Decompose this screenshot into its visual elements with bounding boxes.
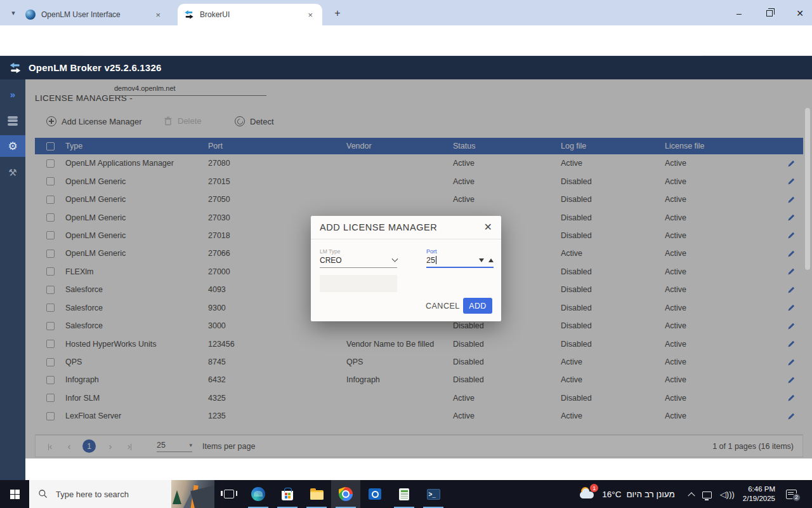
task-view-icon (224, 490, 234, 498)
browser-tab-brokerui[interactable]: BrokerUI × (178, 4, 322, 25)
file-explorer-button[interactable] (302, 480, 331, 508)
port-input[interactable]: Port 25 (426, 248, 494, 268)
tab-title: BrokerUI (200, 10, 304, 19)
dialog-close-icon[interactable]: ✕ (484, 222, 492, 232)
chrome-icon (339, 487, 353, 501)
browser-scrollbar-thumb[interactable] (805, 108, 810, 270)
search-placeholder: Type here to search (56, 490, 129, 499)
clock-date: 2/19/2025 (743, 494, 775, 504)
notes-app-icon (399, 488, 409, 500)
edge-button[interactable] (244, 480, 273, 508)
greenshot-button[interactable] (390, 480, 419, 508)
cancel-button[interactable]: CANCEL (426, 302, 460, 311)
app-title: OpenLM Broker v25.2.6.1326 (29, 62, 161, 73)
dropdown-chevron-icon (392, 255, 398, 262)
dropdown-shadow-block (320, 275, 397, 292)
tab-close-icon[interactable]: × (304, 9, 316, 21)
folder-icon (310, 490, 324, 500)
browser-toolbar: ← → ↻ i localhost:5090/#/license-manager… (0, 25, 812, 56)
speaker-icon[interactable]: ◁))) (720, 490, 735, 499)
add-button[interactable]: ADD (463, 298, 492, 314)
spinner-down-icon[interactable] (479, 258, 484, 262)
number-spinner[interactable] (479, 258, 494, 262)
chrome-button[interactable] (331, 480, 360, 508)
dialog-header: ADD LICENSE MANAGER ✕ (311, 216, 501, 239)
browser-tab-openlm-ui[interactable]: OpenLM User Interface × (19, 4, 170, 25)
task-view-button[interactable] (214, 480, 244, 508)
spinner-up-icon[interactable] (488, 258, 494, 262)
app-header: OpenLM Broker v25.2.6.1326 (0, 56, 812, 79)
sidebar-item-servers[interactable] (0, 110, 25, 131)
weather-description: מעונן רב היום (626, 490, 674, 499)
server-stack-icon (8, 115, 18, 126)
windows-logo-icon (10, 490, 20, 499)
port-label: Port (426, 248, 494, 255)
tab-title: OpenLM User Interface (41, 10, 152, 19)
sidebar-item-settings[interactable]: ⚙ (0, 135, 25, 157)
search-icon (38, 489, 48, 499)
search-highlight-art[interactable] (171, 480, 214, 508)
windows-taskbar: Type here to search >_ 1 16°C מעונן רב ה… (0, 480, 812, 508)
lm-type-dropdown[interactable]: LM Type CREO (320, 248, 397, 268)
gear-icon: ⚙ (8, 140, 17, 153)
outlook-button[interactable] (360, 480, 390, 508)
taskbar-right: 1 16°C מעונן רב היום ◁))) 6:46 PM 2/19/2… (579, 480, 812, 508)
weather-temp: 16°C (602, 490, 621, 499)
lm-type-label: LM Type (320, 248, 397, 255)
page-bottom-strip (25, 458, 812, 480)
lm-type-value: CREO (320, 256, 342, 265)
action-center-icon[interactable]: 2 (786, 490, 797, 499)
tray-overflow-chevron-icon[interactable] (688, 492, 695, 499)
text-cursor (436, 256, 436, 264)
window-close-button[interactable]: ✕ (790, 6, 809, 20)
sidebar-expand-icon[interactable]: » (0, 83, 25, 105)
network-icon[interactable] (702, 491, 712, 498)
taskbar-search[interactable]: Type here to search (29, 480, 214, 508)
system-tray: ◁))) 6:46 PM 2/19/2025 2 (689, 485, 806, 504)
add-license-manager-dialog: ADD LICENSE MANAGER ✕ LM Type CREO Port … (311, 216, 501, 321)
openlm-favicon-icon (25, 10, 36, 20)
store-icon (282, 491, 293, 500)
broker-logo-icon (9, 62, 22, 74)
weather-widget[interactable]: 1 16°C מעונן רב היום (579, 486, 678, 502)
clock-time: 6:46 PM (743, 485, 775, 494)
tools-icon: ⚒ (8, 167, 16, 178)
taskbar-clock[interactable]: 6:46 PM 2/19/2025 (743, 485, 775, 504)
window-minimize-button[interactable]: – (730, 6, 749, 20)
new-tab-button[interactable]: + (331, 6, 344, 20)
dialog-title: ADD LICENSE MANAGER (320, 222, 437, 232)
powershell-icon: >_ (427, 489, 440, 500)
weather-cloud-icon: 1 (579, 486, 597, 502)
store-button[interactable] (273, 480, 302, 508)
tab-close-icon[interactable]: × (152, 9, 164, 21)
outlook-icon (369, 488, 381, 500)
tab-search-chevron-icon[interactable]: ▾ (6, 6, 20, 20)
browser-tabstrip: ▾ OpenLM User Interface × BrokerUI × + –… (0, 0, 812, 25)
sidebar: » ⚙ ⚒ (0, 79, 25, 480)
weather-badge: 1 (590, 484, 598, 492)
sidebar-item-tools[interactable]: ⚒ (0, 162, 25, 184)
screen: ▾ OpenLM User Interface × BrokerUI × + –… (0, 0, 812, 508)
edge-icon (251, 487, 265, 501)
action-center-badge: 2 (792, 493, 801, 502)
powershell-button[interactable]: >_ (419, 480, 448, 508)
start-button[interactable] (0, 480, 29, 508)
port-value: 25 (426, 256, 435, 265)
sync-arrows-favicon-icon (184, 10, 194, 20)
window-restore-button[interactable] (760, 6, 779, 20)
